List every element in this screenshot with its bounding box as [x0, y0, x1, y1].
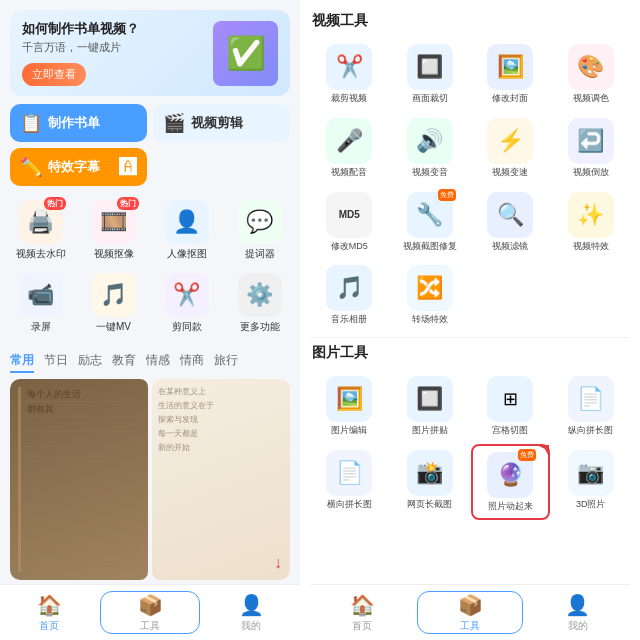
tool-grid-cut[interactable]: ⊞ 宫格切图 — [471, 370, 550, 442]
edit-cover-label: 修改封面 — [492, 93, 528, 104]
voice-dub-icon-box: 🎤 — [326, 118, 372, 164]
tool-same-edit[interactable]: ✂️ 剪同款 — [150, 267, 223, 340]
one-key-mv-icon: 🎵 — [100, 282, 127, 308]
tool-one-key-mv[interactable]: 🎵 一键MV — [77, 267, 150, 340]
grid-cut-label: 宫格切图 — [492, 425, 528, 436]
tool-video-repair[interactable]: 🔧 免费 视频截图修复 — [391, 186, 470, 258]
filter-lens-icon: 🔍 — [497, 202, 524, 228]
prompter-icon: 💬 — [246, 209, 273, 235]
right-panel: 视频工具 ✂️ 裁剪视频 🔲 画面裁切 🖼️ 修改封面 — [300, 0, 640, 640]
tool-transition-fx[interactable]: 🔀 转场特效 — [391, 259, 470, 331]
section-divider — [310, 337, 630, 338]
color-tune-label: 视频调色 — [573, 93, 609, 104]
image-tools-grid: 🖼️ 图片编辑 🔲 图片拼贴 ⊞ 宫格切图 📄 纵向拼长图 — [310, 370, 630, 520]
left-nav-home[interactable]: 🏠 首页 — [0, 585, 98, 640]
voice-change-label: 视频变音 — [412, 167, 448, 178]
qa-video-edit[interactable]: 🎬 视频剪辑 — [153, 104, 290, 142]
tool-screen-record[interactable]: 📹 录屏 — [4, 267, 77, 340]
color-tune-icon: 🎨 — [577, 54, 604, 80]
tool-watermark[interactable]: 🖨️ 热门 视频去水印 — [4, 194, 77, 267]
edit-cover-icon-box: 🖼️ — [487, 44, 533, 90]
tool-img-edit[interactable]: 🖼️ 图片编辑 — [310, 370, 389, 442]
special-fx-icon-box: ✨ — [568, 192, 614, 238]
mine-icon: 👤 — [239, 593, 264, 617]
transition-fx-label: 转场特效 — [412, 314, 448, 325]
booklist-icon: 📋 — [20, 112, 42, 134]
tab-festival[interactable]: 节日 — [44, 350, 68, 373]
right-nav-mine[interactable]: 👤 我的 — [525, 585, 630, 640]
tool-music-album[interactable]: 🎵 音乐相册 — [310, 259, 389, 331]
filter-lens-label: 视频滤镜 — [492, 241, 528, 252]
tool-color-tune[interactable]: 🎨 视频调色 — [552, 38, 631, 110]
left-nav-tools[interactable]: 📦 工具 — [100, 591, 200, 634]
same-edit-label: 剪同款 — [172, 320, 202, 334]
special-subtitle-icon: ✏️ — [20, 156, 42, 178]
video-portrait-label: 视频抠像 — [94, 247, 134, 261]
tool-voice-change[interactable]: 🔊 视频变音 — [391, 112, 470, 184]
tab-education[interactable]: 教育 — [112, 350, 136, 373]
tool-md5[interactable]: MD5 修改MD5 — [310, 186, 389, 258]
tool-long-img-v[interactable]: 📄 纵向拼长图 — [552, 370, 631, 442]
tab-common[interactable]: 常用 — [10, 350, 34, 373]
right-tools-icon: 📦 — [458, 593, 483, 617]
left-panel: 如何制作书单视频？ 千言万语，一键成片 立即查看 ✅ 📋 制作书单 🎬 视频剪辑… — [0, 0, 300, 640]
right-nav-home[interactable]: 🏠 首页 — [310, 585, 415, 640]
tool-long-img-h[interactable]: 📄 横向拼长图 — [310, 444, 389, 520]
tool-webpage-screenshot[interactable]: 📸 网页长截图 — [391, 444, 470, 520]
left-bottom-nav: 🏠 首页 📦 工具 👤 我的 — [0, 584, 300, 640]
tool-photo-animate[interactable]: 🔮 免费 照片动起来 — [471, 444, 550, 520]
banner-title: 如何制作书单视频？ — [22, 20, 139, 38]
tool-person-portrait[interactable]: 👤 人像抠图 — [150, 194, 223, 267]
left-nav-tools-label: 工具 — [140, 619, 160, 633]
qa-special-subtitle-label: 特效字幕 — [48, 158, 100, 176]
music-album-icon-box: 🎵 — [326, 265, 372, 311]
tool-video-portrait[interactable]: 🎞️ 热门 视频抠像 — [77, 194, 150, 267]
tool-filter-lens[interactable]: 🔍 视频滤镜 — [471, 186, 550, 258]
tool-prompter[interactable]: 💬 提词器 — [223, 194, 296, 267]
tool-canvas-cut[interactable]: 🔲 画面裁切 — [391, 38, 470, 110]
right-nav-tools[interactable]: 📦 工具 — [417, 591, 524, 634]
left-nav-mine[interactable]: 👤 我的 — [202, 585, 300, 640]
tab-inspire[interactable]: 励志 — [78, 350, 102, 373]
qa-make-booklist[interactable]: 📋 制作书单 — [10, 104, 147, 142]
long-img-v-icon-box: 📄 — [568, 376, 614, 422]
watermark-badge: 热门 — [44, 197, 66, 210]
img-collage-label: 图片拼贴 — [412, 425, 448, 436]
video-repair-icon: 🔧 — [416, 202, 443, 228]
tool-photo-3d[interactable]: 📷 3D照片 — [552, 444, 631, 520]
watermark-icon: 🖨️ — [27, 209, 54, 235]
md5-label: 修改MD5 — [331, 241, 368, 252]
person-portrait-label: 人像抠图 — [167, 247, 207, 261]
tool-voice-dub[interactable]: 🎤 视频配音 — [310, 112, 389, 184]
photo-3d-icon-box: 📷 — [568, 450, 614, 496]
photo-animate-icon: 🔮 — [497, 462, 524, 488]
right-mine-icon: 👤 — [565, 593, 590, 617]
speed-change-icon: ⚡ — [497, 128, 524, 154]
tool-edit-cover[interactable]: 🖼️ 修改封面 — [471, 38, 550, 110]
tab-emotion[interactable]: 情感 — [146, 350, 170, 373]
tool-more-features[interactable]: ⚙️ 更多功能 — [223, 267, 296, 340]
color-tune-icon-box: 🎨 — [568, 44, 614, 90]
tab-travel[interactable]: 旅行 — [214, 350, 238, 373]
tool-img-collage[interactable]: 🔲 图片拼贴 — [391, 370, 470, 442]
banner: 如何制作书单视频？ 千言万语，一键成片 立即查看 ✅ — [10, 10, 290, 96]
voice-change-icon-box: 🔊 — [407, 118, 453, 164]
right-bottom-nav: 🏠 首页 📦 工具 👤 我的 — [310, 584, 630, 640]
reverse-icon-box: ↩️ — [568, 118, 614, 164]
tab-business[interactable]: 情商 — [180, 350, 204, 373]
right-nav-mine-label: 我的 — [568, 619, 588, 633]
tool-crop-video[interactable]: ✂️ 裁剪视频 — [310, 38, 389, 110]
watermark-label: 视频去水印 — [16, 247, 66, 261]
qa-special-subtitle[interactable]: ✏️ 特效字幕 🅰 — [10, 148, 147, 186]
tool-special-fx[interactable]: ✨ 视频特效 — [552, 186, 631, 258]
banner-button[interactable]: 立即查看 — [22, 63, 86, 86]
long-img-v-icon: 📄 — [577, 386, 604, 412]
tool-speed-change[interactable]: ⚡ 视频变速 — [471, 112, 550, 184]
video-portrait-icon: 🎞️ — [100, 209, 127, 235]
speed-change-label: 视频变速 — [492, 167, 528, 178]
video-repair-icon-box: 🔧 免费 — [407, 192, 453, 238]
image-tools-title: 图片工具 — [310, 344, 630, 362]
tool-reverse[interactable]: ↩️ 视频倒放 — [552, 112, 631, 184]
long-img-h-icon-box: 📄 — [326, 450, 372, 496]
photo-3d-icon: 📷 — [577, 460, 604, 486]
